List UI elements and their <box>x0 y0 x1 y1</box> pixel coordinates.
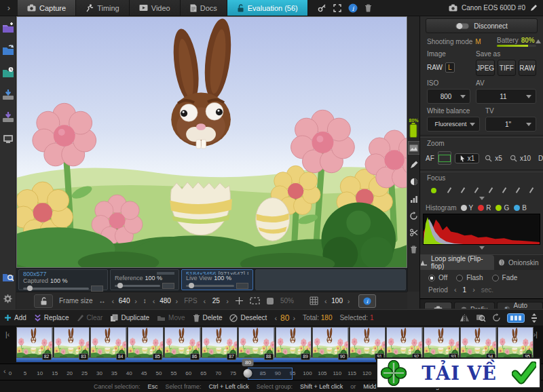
trash-icon[interactable] <box>364 4 372 12</box>
decrease-chevron[interactable]: ‹ <box>153 297 155 305</box>
format-jpeg-button[interactable]: JPEG <box>476 60 495 76</box>
slider-knob[interactable] <box>117 283 123 288</box>
tab-video[interactable]: Video <box>130 0 181 16</box>
disconnect-button[interactable]: Disconnect <box>426 18 538 33</box>
filmstrip-frame-82[interactable]: 82 <box>16 327 53 358</box>
filmstrip-toggle-icon[interactable] <box>507 313 525 323</box>
pen-icon[interactable] <box>408 158 420 172</box>
replace-frame-button[interactable]: Replace <box>34 314 69 322</box>
decrease-chevron[interactable]: ‹ <box>324 297 327 305</box>
loop-mode-off-radio[interactable]: Off <box>428 274 447 281</box>
period-decrease-chevron[interactable]: ‹ <box>454 286 457 294</box>
histogram-channel-r[interactable]: R <box>478 204 491 212</box>
filmstrip-frame-83[interactable]: 83 <box>54 327 90 358</box>
increase-chevron[interactable]: › <box>348 297 350 305</box>
filmstrip-frame-87[interactable]: 87 <box>202 327 238 358</box>
info-icon[interactable]: i <box>348 3 358 13</box>
timeline-left-chevron[interactable]: ‹ <box>3 367 6 375</box>
tab-onionskin[interactable]: Onionskin <box>494 255 543 270</box>
focus-tick-icon[interactable] <box>488 187 492 193</box>
next-frame-chevron[interactable]: › <box>293 314 295 322</box>
edit-pencil-icon[interactable] <box>529 4 538 12</box>
tv-select[interactable]: 1" <box>485 117 536 132</box>
scissors-icon[interactable] <box>408 226 420 239</box>
slider-track[interactable] <box>23 288 89 290</box>
grid-icon[interactable] <box>310 296 318 305</box>
open-project-icon[interactable] <box>1 43 15 56</box>
trash-icon[interactable] <box>408 243 420 256</box>
new-project-icon[interactable] <box>1 20 15 34</box>
capture-area-icon[interactable] <box>250 297 260 305</box>
crosshair-icon[interactable] <box>235 296 244 305</box>
focus-tick-icon[interactable] <box>502 187 506 193</box>
filmstrip-frame-86[interactable]: 86 <box>164 327 201 358</box>
live-view-viewport[interactable] <box>16 16 407 268</box>
refresh-icon[interactable] <box>492 313 501 322</box>
add-frame-button[interactable]: Add <box>4 314 26 321</box>
av-select[interactable]: 11 <box>476 89 536 104</box>
search-project-icon[interactable] <box>1 269 15 283</box>
slider-track[interactable] <box>115 285 160 287</box>
frame-height-stepper[interactable]: ‹480› <box>153 297 178 305</box>
reference-panel[interactable]: Reference100 % <box>110 269 179 290</box>
filmstrip-frame-85[interactable]: 85 <box>128 327 164 358</box>
playhead-handle[interactable] <box>244 369 252 378</box>
slider-knob[interactable] <box>189 283 194 288</box>
tab-auto-capture[interactable]: Auto capture <box>497 302 543 309</box>
import-icon[interactable] <box>1 87 15 101</box>
loop-mode-fade-radio[interactable]: Fade <box>492 274 518 281</box>
histogram-channel-b[interactable]: B <box>514 204 527 212</box>
collapse-chevron-icon[interactable]: › <box>0 3 18 13</box>
rotate-icon[interactable] <box>408 209 420 222</box>
recent-project-icon[interactable] <box>1 65 15 79</box>
histogram-channel-y[interactable]: Y <box>461 204 474 212</box>
focus-tick-icon[interactable] <box>447 187 451 193</box>
focus-tick-icon[interactable] <box>461 187 465 193</box>
focus-expand-chevron-icon[interactable] <box>479 197 485 203</box>
splitter-icon[interactable] <box>531 313 538 323</box>
fullscreen-icon[interactable] <box>333 4 341 12</box>
tab-docs[interactable]: Docs <box>181 0 227 16</box>
slider-knob[interactable] <box>27 286 33 291</box>
increase-chevron[interactable]: › <box>226 297 229 305</box>
opacity-square-icon[interactable] <box>266 297 274 305</box>
decrease-chevron[interactable]: ‹ <box>111 297 114 305</box>
fps-stepper[interactable]: ‹25› <box>204 297 229 305</box>
captured-zoom-slider[interactable] <box>23 286 103 292</box>
focus-tick-icon[interactable] <box>474 187 479 193</box>
go-first-frame-icon[interactable]: |‹ <box>0 331 15 338</box>
histogram-expand-chevron-icon[interactable] <box>479 246 485 252</box>
filmstrip-frame-91[interactable]: 91 <box>350 327 386 358</box>
filmstrip-frame-94[interactable]: 94 <box>460 327 497 358</box>
timeline-selection[interactable] <box>248 368 293 380</box>
prev-frame-chevron[interactable]: ‹ <box>274 314 277 322</box>
filmstrip-frame-95[interactable]: 95 <box>498 327 534 358</box>
zoom-x5-button[interactable]: x5 <box>483 154 504 163</box>
captured-panel[interactable]: 800x577 Captured100 % <box>18 269 108 290</box>
contrast-icon[interactable] <box>408 175 420 189</box>
key-icon[interactable] <box>318 3 326 12</box>
current-frame-stepper[interactable]: ‹ 80 › <box>274 313 295 323</box>
export-icon[interactable] <box>1 110 15 123</box>
tab-timing[interactable]: Timing <box>76 0 130 16</box>
raw-setting[interactable]: RAW L <box>427 60 470 75</box>
scroll-up-arrow-icon[interactable] <box>536 37 541 43</box>
focus-tick-icon[interactable] <box>529 187 533 193</box>
slider-track[interactable] <box>186 285 234 287</box>
loop-mode-flash-radio[interactable]: Flash <box>456 274 483 281</box>
zoom-x10-button[interactable]: x10 <box>508 154 533 163</box>
live-view-zoom-slider[interactable] <box>186 283 248 289</box>
frame-width-stepper[interactable]: ‹640› <box>111 297 136 305</box>
duplicate-frame-button[interactable]: Duplicate <box>110 314 149 322</box>
tab-capture[interactable]: Capture <box>18 0 76 16</box>
deselect-frame-button[interactable]: Deselect <box>229 314 267 322</box>
filmstrip-frame-89[interactable]: 89 <box>276 327 312 358</box>
delete-frame-button[interactable]: Delete <box>193 314 223 322</box>
focus-point-icon[interactable] <box>431 188 436 193</box>
white-balance-select[interactable]: Fluorescent <box>427 117 480 132</box>
zoom-area-button[interactable] <box>438 151 451 165</box>
decrease-chevron[interactable]: ‹ <box>204 297 206 305</box>
grid-size-stepper[interactable]: ‹100› <box>324 297 350 305</box>
tab-evaluation-56[interactable]: Evaluation (56) <box>227 0 308 16</box>
filmstrip-frame-92[interactable]: 92 <box>386 327 423 358</box>
